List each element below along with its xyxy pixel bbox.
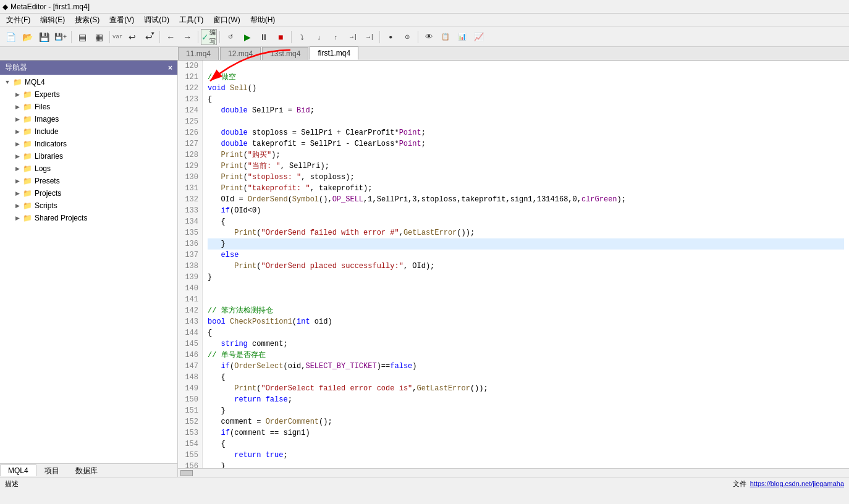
tree-label-projects: Projects	[35, 189, 61, 198]
stop-button[interactable]: ■	[272, 29, 289, 45]
menu-search[interactable]: 搜索(S)	[70, 14, 104, 27]
run-to-cursor2-button[interactable]: →|	[361, 29, 377, 45]
step-out-button[interactable]: ↑	[327, 29, 344, 45]
folder-icon-projects: 📁	[22, 188, 32, 198]
watch-button[interactable]: 👁	[421, 29, 437, 45]
toolbar-sep-8	[418, 31, 418, 43]
tree-item-indicators[interactable]: ▶ 📁 Indicators	[0, 138, 177, 150]
tabs-bar: 11.mq4 12.mq4 13st.mq4 first1.mq4	[0, 47, 849, 61]
folder-icon-images: 📁	[22, 114, 32, 124]
chart-button[interactable]: 📈	[471, 29, 487, 45]
tab-first1mq4[interactable]: first1.mq4	[310, 46, 358, 60]
expander-presets: ▶	[12, 176, 22, 186]
toolbar-sep-6	[291, 31, 292, 43]
tree-label-indicators: Indicators	[35, 140, 67, 148]
toolbar-sep-3	[159, 31, 160, 43]
menu-edit[interactable]: 编辑(E)	[35, 14, 70, 27]
toolbar-sep-2	[109, 31, 110, 43]
run-to-cursor-button[interactable]: →|	[344, 29, 360, 45]
open-button[interactable]: 📂	[19, 29, 35, 45]
tree-label-logs: Logs	[35, 164, 51, 173]
all-breakpoints-button[interactable]: ⊙	[399, 29, 415, 45]
expander-libraries: ▶	[12, 151, 22, 161]
folder-icon-files: 📁	[22, 102, 32, 112]
expander-shared: ▶	[12, 213, 22, 223]
redo-button[interactable]: ↩▼	[141, 29, 157, 45]
tree-item-mql4[interactable]: ▼ 📁 MQL4	[0, 76, 177, 88]
view2-button[interactable]: ▦	[91, 29, 107, 45]
folder-icon-mql4: 📁	[12, 77, 22, 87]
tree-label-scripts: Scripts	[35, 201, 57, 210]
menu-file[interactable]: 文件(F)	[1, 14, 35, 27]
code-content[interactable]: 1201211221231241251261271281291301311321…	[178, 61, 849, 468]
tab-12mq4[interactable]: 12.mq4	[220, 47, 261, 60]
tree-label-files: Files	[35, 103, 50, 111]
locals-button[interactable]: 📋	[437, 29, 454, 45]
expander-files: ▶	[12, 102, 22, 112]
save-button[interactable]: 💾	[36, 29, 52, 45]
debug-reset-button[interactable]: ↺	[222, 29, 239, 45]
sidebar-tab-mql4[interactable]: MQL4	[0, 464, 36, 476]
expander-projects: ▶	[12, 188, 22, 198]
folder-icon-include: 📁	[22, 127, 32, 136]
pause-button[interactable]: ⏸	[256, 29, 272, 45]
menu-view[interactable]: 查看(V)	[104, 14, 139, 27]
sidebar-close-btn[interactable]: ×	[168, 64, 172, 72]
tree-label-libraries: Libraries	[35, 152, 63, 161]
tree-item-files[interactable]: ▶ 📁 Files	[0, 101, 177, 113]
expander-images: ▶	[12, 114, 22, 124]
tree-item-presets[interactable]: ▶ 📁 Presets	[0, 175, 177, 187]
app-icon: ◆	[2, 2, 8, 11]
menu-window[interactable]: 窗口(W)	[208, 14, 245, 27]
folder-icon-experts: 📁	[22, 90, 32, 99]
tab-13stmq4[interactable]: 13st.mq4	[262, 47, 308, 60]
breakpoint-button[interactable]: ●	[382, 29, 399, 45]
new-button[interactable]: 📄	[2, 29, 19, 45]
expander-include: ▶	[12, 127, 22, 136]
tree-item-logs[interactable]: ▶ 📁 Logs	[0, 162, 177, 175]
expander-mql4: ▼	[2, 77, 12, 87]
toolbar-sep-1	[71, 31, 72, 43]
menu-tools[interactable]: 工具(T)	[174, 14, 208, 27]
folder-icon-indicators: 📁	[22, 139, 32, 149]
toolbar: 📄 📂 💾 💾+ ▤ ▦ var ↩ ↩▼ ← → ✓ 编写 ↺ ▶ ⏸ ■ ⤵…	[0, 27, 849, 47]
forward-button[interactable]: →	[179, 29, 195, 45]
folder-icon-scripts: 📁	[22, 201, 32, 211]
tree-item-projects[interactable]: ▶ 📁 Projects	[0, 187, 177, 200]
expander-indicators: ▶	[12, 139, 22, 149]
tree-item-scripts[interactable]: ▶ 📁 Scripts	[0, 200, 177, 212]
save-all-button[interactable]: 💾+	[53, 29, 69, 45]
sidebar-tab-projects[interactable]: 项目	[36, 464, 67, 477]
call-stack-button[interactable]: 📊	[454, 29, 470, 45]
toolbar-sep-7	[379, 31, 380, 43]
status-link[interactable]: https://blog.csdn.net/jiegamaha	[750, 480, 844, 487]
tab-11mq4[interactable]: 11.mq4	[178, 47, 219, 60]
tree-label-include: Include	[35, 127, 59, 136]
undo-button[interactable]: ↩	[124, 29, 140, 45]
folder-icon-logs: 📁	[22, 164, 32, 174]
tree-item-libraries[interactable]: ▶ 📁 Libraries	[0, 150, 177, 162]
view-button[interactable]: ▤	[74, 29, 90, 45]
folder-icon-shared: 📁	[22, 213, 32, 223]
expander-experts: ▶	[12, 90, 22, 99]
compile-button[interactable]: ✓ 编写	[201, 29, 217, 45]
var-label: var	[112, 34, 122, 40]
step-into-button[interactable]: ↓	[311, 29, 327, 45]
back-button[interactable]: ←	[163, 29, 179, 45]
tree-item-experts[interactable]: ▶ 📁 Experts	[0, 88, 177, 101]
step-over-button[interactable]: ⤵	[294, 29, 310, 45]
run-button[interactable]: ▶	[239, 29, 255, 45]
tree-item-include[interactable]: ▶ 📁 Include	[0, 125, 177, 138]
code-area[interactable]: // 做空void Sell(){ double SellPri = Bid; …	[203, 61, 849, 468]
tree-item-images[interactable]: ▶ 📁 Images	[0, 113, 177, 125]
menu-debug[interactable]: 调试(D)	[139, 14, 174, 27]
horizontal-scrollbar[interactable]	[178, 468, 849, 477]
sidebar: 导航器 × ▼ 📁 MQL4 ▶ 📁 Experts ▶ 📁 Files	[0, 61, 178, 477]
expander-logs: ▶	[12, 164, 22, 174]
tree-item-shared-projects[interactable]: ▶ 📁 Shared Projects	[0, 212, 177, 224]
menu-help[interactable]: 帮助(H)	[245, 14, 281, 27]
sidebar-tabs: MQL4 项目 数据库	[0, 463, 177, 477]
sidebar-tab-database[interactable]: 数据库	[67, 464, 106, 477]
line-numbers: 1201211221231241251261271281291301311321…	[178, 61, 203, 468]
tree-label-mql4: MQL4	[25, 78, 45, 86]
